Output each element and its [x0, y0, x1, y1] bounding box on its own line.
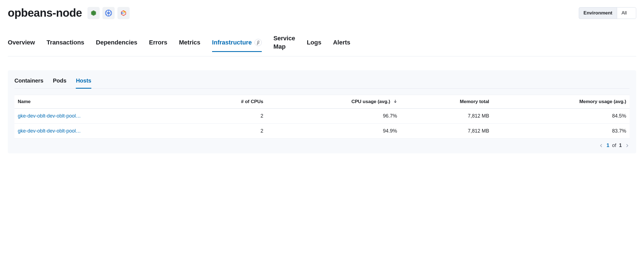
- cell-cpu-usage: 96.7%: [267, 109, 401, 124]
- cell-cpus: 2: [193, 124, 267, 139]
- environment-label: Environment: [579, 7, 617, 19]
- next-page-icon[interactable]: [625, 143, 630, 148]
- main-tabs: Overview Transactions Dependencies Error…: [8, 30, 636, 56]
- col-cpu-usage-label: CPU usage (avg.): [351, 99, 390, 104]
- subtab-hosts[interactable]: Hosts: [76, 76, 91, 89]
- cell-mem-total: 7,812 MB: [401, 124, 493, 139]
- subtab-containers[interactable]: Containers: [14, 76, 43, 89]
- cell-cpus: 2: [193, 109, 267, 124]
- service-icons: [87, 7, 130, 19]
- cell-mem-usage: 84.5%: [492, 109, 630, 124]
- page-title: opbeans-node: [8, 7, 82, 19]
- host-link[interactable]: gke-dev-oblt-dev-oblt-pool…: [18, 128, 81, 134]
- col-memory-usage[interactable]: Memory usage (avg.): [492, 95, 630, 109]
- tab-logs[interactable]: Logs: [307, 35, 321, 52]
- environment-value[interactable]: All: [617, 7, 636, 19]
- cell-cpu-usage: 94.9%: [267, 124, 401, 139]
- page-of: of: [612, 143, 616, 148]
- tab-alerts[interactable]: Alerts: [333, 35, 350, 52]
- table-row: gke-dev-oblt-dev-oblt-pool… 2 96.7% 7,81…: [14, 109, 630, 124]
- tab-overview[interactable]: Overview: [8, 35, 35, 52]
- kubernetes-icon: [102, 7, 115, 19]
- col-name[interactable]: Name: [14, 95, 193, 109]
- page-current[interactable]: 1: [607, 143, 609, 148]
- svg-point-6: [108, 12, 109, 14]
- cell-mem-total: 7,812 MB: [401, 109, 493, 124]
- sort-desc-icon: [393, 99, 397, 104]
- host-link[interactable]: gke-dev-oblt-dev-oblt-pool…: [18, 113, 81, 119]
- tab-infrastructure-label: Infrastructure: [212, 39, 252, 46]
- page-total: 1: [619, 143, 622, 148]
- svg-point-10: [123, 12, 124, 14]
- pagination: 1 of 1: [14, 143, 630, 148]
- prev-page-icon[interactable]: [599, 143, 604, 148]
- col-cpu-usage[interactable]: CPU usage (avg.): [267, 95, 401, 109]
- gcp-icon: [117, 7, 130, 19]
- infrastructure-panel: Containers Pods Hosts Name # of CPUs CPU…: [8, 70, 636, 153]
- col-memory-total[interactable]: Memory total: [401, 95, 493, 109]
- tab-service-map[interactable]: ServiceMap: [273, 30, 295, 56]
- subtab-pods[interactable]: Pods: [53, 76, 66, 89]
- environment-selector[interactable]: Environment All: [579, 7, 636, 19]
- tab-errors[interactable]: Errors: [149, 35, 167, 52]
- hosts-table: Name # of CPUs CPU usage (avg.) Memory t…: [14, 95, 630, 139]
- cell-mem-usage: 83.7%: [492, 124, 630, 139]
- beta-badge-icon: β: [255, 39, 262, 46]
- tab-transactions[interactable]: Transactions: [47, 35, 84, 52]
- sub-tabs: Containers Pods Hosts: [14, 76, 630, 89]
- col-cpus[interactable]: # of CPUs: [193, 95, 267, 109]
- table-row: gke-dev-oblt-dev-oblt-pool… 2 94.9% 7,81…: [14, 124, 630, 139]
- tab-metrics[interactable]: Metrics: [179, 35, 200, 52]
- tab-infrastructure[interactable]: Infrastructure β: [212, 35, 262, 52]
- tab-dependencies[interactable]: Dependencies: [96, 35, 137, 52]
- page-header: opbeans-node Environment All: [8, 7, 636, 19]
- nodejs-icon: [87, 7, 100, 19]
